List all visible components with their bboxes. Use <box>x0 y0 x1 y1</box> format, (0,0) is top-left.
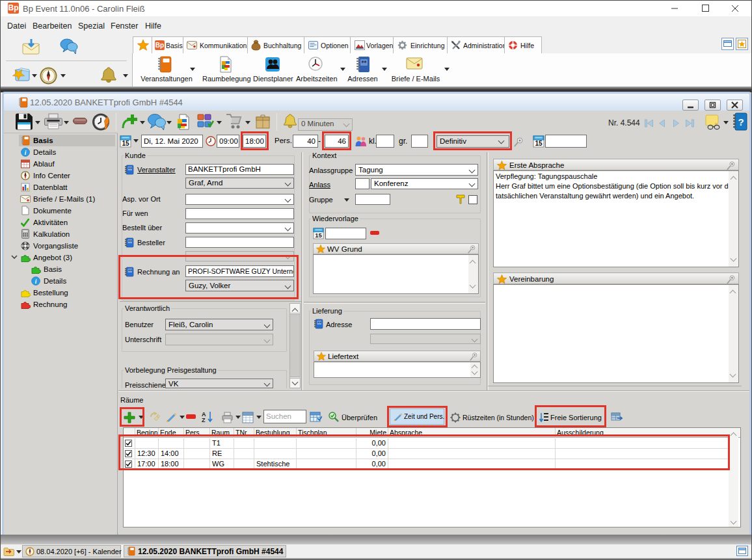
svg-text:15: 15 <box>535 140 543 147</box>
svg-text:Z: Z <box>202 417 206 423</box>
svg-text:15: 15 <box>315 232 322 239</box>
svg-text:?: ? <box>738 116 744 127</box>
svg-text:i: i <box>35 278 37 285</box>
svg-text:15: 15 <box>122 140 129 147</box>
svg-text:i: i <box>25 150 27 156</box>
